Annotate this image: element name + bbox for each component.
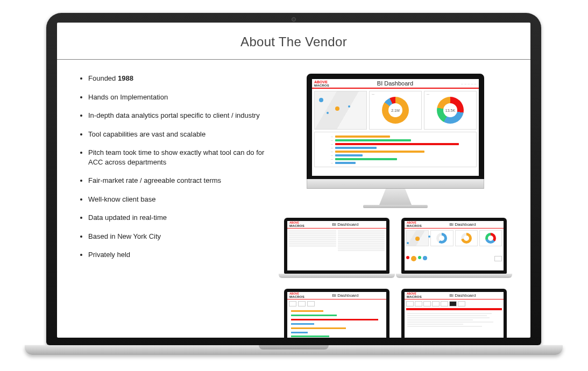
slide-content: Founded 1988 Hands on Implementation In-… xyxy=(57,60,530,338)
laptop-mockup: About The Vendor Founded 1988 Hands on I… xyxy=(46,13,541,355)
sidebar-list xyxy=(289,230,336,269)
imac-chin xyxy=(307,179,484,189)
imac-mockup: ABOVE MACROS BI Dashboard — — — — — — xyxy=(307,74,484,208)
donut-chart-icon xyxy=(436,233,447,244)
slide-screen: About The Vendor Founded 1988 Hands on I… xyxy=(57,23,530,338)
imac-screen: ABOVE MACROS BI Dashboard — — — — — — xyxy=(307,74,484,179)
text-lines xyxy=(406,312,502,338)
mini-body xyxy=(405,299,504,338)
donut-widget-1: — 2.1M xyxy=(369,91,422,130)
list-item: Founded 1988 xyxy=(88,74,269,83)
donut-widget xyxy=(479,230,502,246)
donut-value: 2.1M xyxy=(391,109,400,112)
mini-laptop-1: ABOVEMACROS BI Dashboard xyxy=(284,218,389,281)
dashboard-title: BI Dashboard xyxy=(424,222,501,227)
dashboard-title: BI Dashboard xyxy=(424,293,501,298)
bar-area xyxy=(335,134,473,165)
laptop-lid: About The Vendor Founded 1988 Hands on I… xyxy=(46,13,541,345)
widget-row: — 2.1M — 13.5K xyxy=(312,89,479,132)
legend-box xyxy=(494,256,502,261)
list-item: Data updated in real-time xyxy=(88,213,269,223)
donut-chart-icon xyxy=(485,233,496,244)
widget-label: — xyxy=(427,92,429,96)
mini-body xyxy=(405,229,504,270)
list-item: Well-know client base xyxy=(88,195,269,204)
map-widget xyxy=(406,230,429,246)
slide-title: About The Vendor xyxy=(57,23,530,59)
donut-chart-icon xyxy=(461,233,472,244)
mini-body xyxy=(287,229,386,270)
bullet-text: Founded xyxy=(88,74,118,82)
map-widget xyxy=(314,91,367,130)
bullet-list: Founded 1988 Hands on Implementation In-… xyxy=(75,74,269,338)
bar-widget xyxy=(289,308,385,338)
donut-widget-2: — 13.5K xyxy=(424,91,477,130)
kpi-row xyxy=(406,301,502,306)
laptop-notch xyxy=(259,345,329,349)
device-gallery: ABOVE MACROS BI Dashboard — — — — — — xyxy=(279,74,512,338)
dashboard-header: ABOVEMACROS BI Dashboard xyxy=(405,292,504,299)
thumbnail-grid: ABOVEMACROS BI Dashboard xyxy=(284,218,507,338)
list-item: Pitch team took time to show exactly wha… xyxy=(88,148,269,167)
vendor-logo: ABOVEMACROS xyxy=(407,222,422,227)
vendor-logo: ABOVEMACROS xyxy=(407,292,422,298)
dashboard-title: BI Dashboard xyxy=(307,222,384,227)
mini-laptop-3: ABOVEMACROS BI Dashboard xyxy=(284,289,389,338)
vendor-logo: ABOVEMACROS xyxy=(289,292,304,298)
donut-value: 13.5K xyxy=(445,109,455,112)
camera-icon xyxy=(292,17,296,22)
donut-widget xyxy=(455,230,478,246)
list-item: Tool capabilities are vast and scalable xyxy=(88,130,269,139)
bubble-chart-icon xyxy=(406,256,427,261)
mini-body xyxy=(287,299,386,338)
bar-labels: ———————— xyxy=(318,134,333,165)
summary-banner xyxy=(406,308,502,310)
dashboard-header: ABOVEMACROS BI Dashboard xyxy=(287,221,386,229)
dashboard-header: ABOVEMACROS BI Dashboard xyxy=(287,292,386,299)
logo-line1: ABOVE xyxy=(314,80,328,84)
bullet-bold: 1988 xyxy=(118,74,133,82)
mini-laptop-2: ABOVEMACROS BI Dashboard xyxy=(401,218,507,281)
dashboard-title: BI Dashboard xyxy=(307,293,384,298)
dashboard-title: BI Dashboard xyxy=(331,80,459,87)
logo-line2: MACROS xyxy=(314,84,329,87)
imac-stand xyxy=(379,189,412,205)
donut-widget xyxy=(430,230,453,246)
dashboard-header: ABOVE MACROS BI Dashboard — — — — — xyxy=(312,79,479,89)
bar-widget: ———————— xyxy=(314,132,477,167)
list-item: Fair-market rate / agreeable contract te… xyxy=(88,176,269,186)
list-item: In-depth data analytics portal specific … xyxy=(88,111,269,120)
list-item: Hands on Implementation xyxy=(88,92,269,102)
list-item: Privately held xyxy=(88,250,269,260)
dashboard-header: ABOVEMACROS BI Dashboard xyxy=(405,221,504,229)
dashboard-nav: — — — — — xyxy=(461,82,477,85)
vendor-logo: ABOVE MACROS xyxy=(314,80,329,87)
laptop-base xyxy=(25,345,563,355)
data-table xyxy=(338,230,385,269)
widget-label: — xyxy=(372,92,374,96)
mini-laptop-4: ABOVEMACROS BI Dashboard xyxy=(401,289,507,338)
imac-foot xyxy=(363,205,428,208)
filters xyxy=(289,301,385,306)
vendor-logo: ABOVEMACROS xyxy=(289,222,304,227)
list-item: Based in New York City xyxy=(88,232,269,241)
